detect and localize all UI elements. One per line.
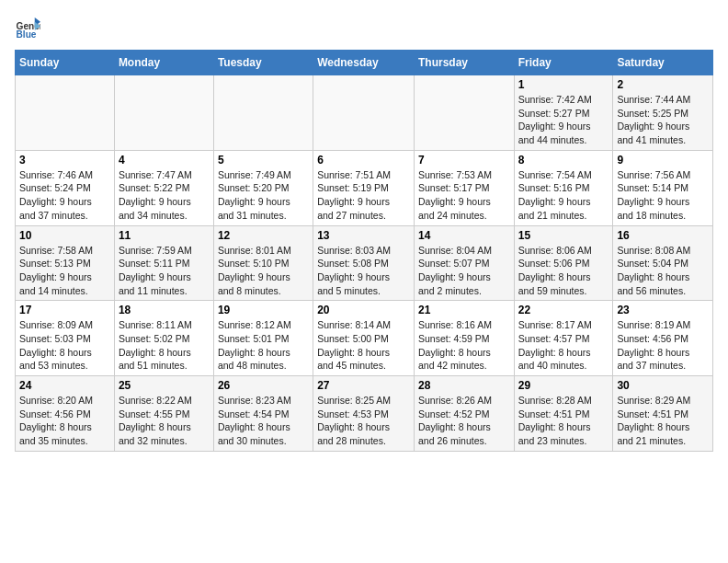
day-number: 19 <box>218 304 309 316</box>
day-number: 28 <box>418 379 510 392</box>
day-number: 8 <box>518 154 609 167</box>
calendar-cell: 26Sunrise: 8:23 AM Sunset: 4:54 PM Dayli… <box>213 376 313 452</box>
calendar-cell: 24Sunrise: 8:20 AM Sunset: 4:56 PM Dayli… <box>16 376 115 452</box>
day-number: 16 <box>617 229 709 242</box>
day-number: 24 <box>19 379 110 392</box>
calendar-cell: 18Sunrise: 8:11 AM Sunset: 5:02 PM Dayli… <box>114 301 213 376</box>
day-number: 11 <box>119 229 210 242</box>
day-number: 15 <box>518 229 609 242</box>
calendar-cell: 20Sunrise: 8:14 AM Sunset: 5:00 PM Dayli… <box>313 301 415 376</box>
day-number: 12 <box>218 229 309 242</box>
day-number: 27 <box>317 379 410 392</box>
calendar-cell <box>414 75 514 151</box>
calendar-week-row: 17Sunrise: 8:09 AM Sunset: 5:03 PM Dayli… <box>16 301 713 376</box>
calendar-cell: 23Sunrise: 8:19 AM Sunset: 4:56 PM Dayli… <box>613 301 713 376</box>
weekday-header: Wednesday <box>313 51 415 75</box>
day-info: Sunrise: 8:09 AM Sunset: 5:03 PM Dayligh… <box>19 318 110 373</box>
day-number: 3 <box>19 154 110 167</box>
day-info: Sunrise: 7:46 AM Sunset: 5:24 PM Dayligh… <box>19 168 110 223</box>
calendar-cell: 28Sunrise: 8:26 AM Sunset: 4:52 PM Dayli… <box>414 376 514 452</box>
calendar-cell <box>16 75 115 151</box>
day-info: Sunrise: 7:56 AM Sunset: 5:14 PM Dayligh… <box>617 168 709 223</box>
day-info: Sunrise: 8:08 AM Sunset: 5:04 PM Dayligh… <box>617 244 709 298</box>
calendar-table: SundayMondayTuesdayWednesdayThursdayFrid… <box>15 50 713 452</box>
day-info: Sunrise: 8:22 AM Sunset: 4:55 PM Dayligh… <box>119 394 210 448</box>
calendar-cell: 9Sunrise: 7:56 AM Sunset: 5:14 PM Daylig… <box>613 150 713 225</box>
calendar-header-row: SundayMondayTuesdayWednesdayThursdayFrid… <box>16 51 713 75</box>
day-info: Sunrise: 7:51 AM Sunset: 5:19 PM Dayligh… <box>317 168 410 223</box>
calendar-cell: 8Sunrise: 7:54 AM Sunset: 5:16 PM Daylig… <box>514 150 613 225</box>
day-number: 29 <box>518 379 609 392</box>
weekday-header: Saturday <box>613 51 713 75</box>
day-info: Sunrise: 8:23 AM Sunset: 4:54 PM Dayligh… <box>218 394 309 448</box>
calendar-cell: 12Sunrise: 8:01 AM Sunset: 5:10 PM Dayli… <box>213 225 313 301</box>
day-number: 4 <box>119 154 210 167</box>
day-info: Sunrise: 7:53 AM Sunset: 5:17 PM Dayligh… <box>418 168 510 223</box>
calendar-cell: 5Sunrise: 7:49 AM Sunset: 5:20 PM Daylig… <box>213 150 313 225</box>
calendar-cell: 2Sunrise: 7:44 AM Sunset: 5:25 PM Daylig… <box>613 75 713 151</box>
day-number: 6 <box>317 154 410 167</box>
day-number: 21 <box>418 304 510 316</box>
day-info: Sunrise: 7:49 AM Sunset: 5:20 PM Dayligh… <box>218 168 309 223</box>
day-info: Sunrise: 7:54 AM Sunset: 5:16 PM Dayligh… <box>518 168 609 223</box>
day-info: Sunrise: 8:17 AM Sunset: 4:57 PM Dayligh… <box>518 318 609 373</box>
calendar-week-row: 10Sunrise: 7:58 AM Sunset: 5:13 PM Dayli… <box>16 225 713 301</box>
weekday-header: Thursday <box>414 51 514 75</box>
day-number: 26 <box>218 379 309 392</box>
day-number: 5 <box>218 154 309 167</box>
calendar-cell: 3Sunrise: 7:46 AM Sunset: 5:24 PM Daylig… <box>16 150 115 225</box>
calendar-cell: 17Sunrise: 8:09 AM Sunset: 5:03 PM Dayli… <box>16 301 115 376</box>
day-info: Sunrise: 8:01 AM Sunset: 5:10 PM Dayligh… <box>218 244 309 298</box>
day-info: Sunrise: 7:44 AM Sunset: 5:25 PM Dayligh… <box>617 93 709 147</box>
calendar-cell <box>213 75 313 151</box>
calendar-week-row: 3Sunrise: 7:46 AM Sunset: 5:24 PM Daylig… <box>16 150 713 225</box>
day-number: 14 <box>418 229 510 242</box>
calendar-cell: 29Sunrise: 8:28 AM Sunset: 4:51 PM Dayli… <box>514 376 613 452</box>
weekday-header: Friday <box>514 51 613 75</box>
calendar-cell: 7Sunrise: 7:53 AM Sunset: 5:17 PM Daylig… <box>414 150 514 225</box>
day-number: 7 <box>418 154 510 167</box>
calendar-cell: 10Sunrise: 7:58 AM Sunset: 5:13 PM Dayli… <box>16 225 115 301</box>
calendar-cell: 11Sunrise: 7:59 AM Sunset: 5:11 PM Dayli… <box>114 225 213 301</box>
calendar-cell <box>313 75 415 151</box>
calendar-cell: 13Sunrise: 8:03 AM Sunset: 5:08 PM Dayli… <box>313 225 415 301</box>
day-info: Sunrise: 8:11 AM Sunset: 5:02 PM Dayligh… <box>119 318 210 373</box>
calendar-cell: 25Sunrise: 8:22 AM Sunset: 4:55 PM Dayli… <box>114 376 213 452</box>
day-number: 30 <box>617 379 709 392</box>
day-number: 18 <box>119 304 210 316</box>
calendar-cell <box>114 75 213 151</box>
weekday-header: Sunday <box>16 51 115 75</box>
calendar-cell: 1Sunrise: 7:42 AM Sunset: 5:27 PM Daylig… <box>514 75 613 151</box>
day-info: Sunrise: 7:59 AM Sunset: 5:11 PM Dayligh… <box>119 244 210 298</box>
day-info: Sunrise: 8:28 AM Sunset: 4:51 PM Dayligh… <box>518 394 609 448</box>
calendar-week-row: 1Sunrise: 7:42 AM Sunset: 5:27 PM Daylig… <box>16 75 713 151</box>
day-info: Sunrise: 8:29 AM Sunset: 4:51 PM Dayligh… <box>617 394 709 448</box>
calendar-cell: 22Sunrise: 8:17 AM Sunset: 4:57 PM Dayli… <box>514 301 613 376</box>
day-info: Sunrise: 8:04 AM Sunset: 5:07 PM Dayligh… <box>418 244 510 298</box>
day-info: Sunrise: 8:14 AM Sunset: 5:00 PM Dayligh… <box>317 318 410 373</box>
calendar-cell: 6Sunrise: 7:51 AM Sunset: 5:19 PM Daylig… <box>313 150 415 225</box>
page-header: General Blue <box>15 15 713 40</box>
calendar-cell: 27Sunrise: 8:25 AM Sunset: 4:53 PM Dayli… <box>313 376 415 452</box>
weekday-header: Monday <box>114 51 213 75</box>
weekday-header: Tuesday <box>213 51 313 75</box>
day-number: 10 <box>19 229 110 242</box>
day-info: Sunrise: 8:26 AM Sunset: 4:52 PM Dayligh… <box>418 394 510 448</box>
day-number: 25 <box>119 379 210 392</box>
day-info: Sunrise: 8:19 AM Sunset: 4:56 PM Dayligh… <box>617 318 709 373</box>
day-info: Sunrise: 7:58 AM Sunset: 5:13 PM Dayligh… <box>19 244 110 298</box>
day-number: 1 <box>518 78 609 91</box>
logo: General Blue <box>15 15 44 40</box>
day-number: 9 <box>617 154 709 167</box>
day-info: Sunrise: 8:16 AM Sunset: 4:59 PM Dayligh… <box>418 318 510 373</box>
day-number: 2 <box>617 78 709 91</box>
day-info: Sunrise: 7:42 AM Sunset: 5:27 PM Dayligh… <box>518 93 609 147</box>
day-info: Sunrise: 8:20 AM Sunset: 4:56 PM Dayligh… <box>19 394 110 448</box>
calendar-week-row: 24Sunrise: 8:20 AM Sunset: 4:56 PM Dayli… <box>16 376 713 452</box>
calendar-cell: 16Sunrise: 8:08 AM Sunset: 5:04 PM Dayli… <box>613 225 713 301</box>
day-number: 13 <box>317 229 410 242</box>
day-info: Sunrise: 7:47 AM Sunset: 5:22 PM Dayligh… <box>119 168 210 223</box>
day-number: 22 <box>518 304 609 316</box>
day-info: Sunrise: 8:06 AM Sunset: 5:06 PM Dayligh… <box>518 244 609 298</box>
logo-icon: General Blue <box>15 15 40 40</box>
